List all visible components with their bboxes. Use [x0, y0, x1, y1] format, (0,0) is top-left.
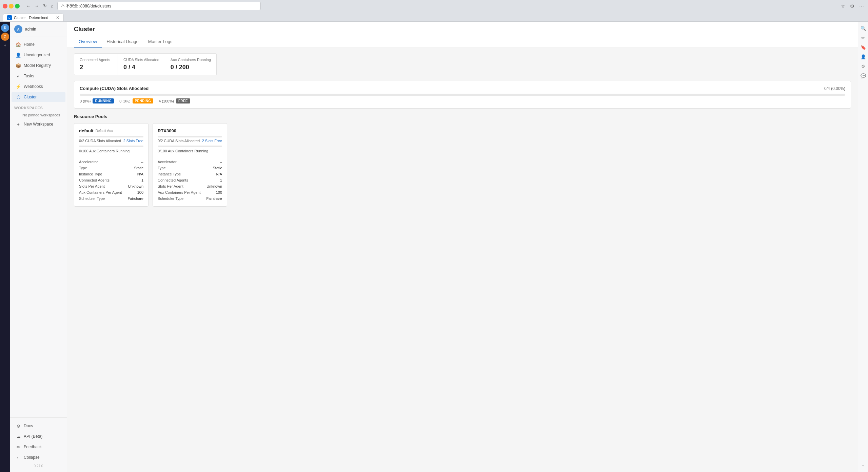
sidebar-new-workspace-label: New Workspace [24, 122, 53, 127]
back-button[interactable]: ← [24, 2, 32, 10]
badge-running: RUNNING [93, 98, 114, 103]
sidebar-item-webhooks[interactable]: ⚡ Webhooks [12, 81, 65, 92]
pool-cuda-bar-default [79, 136, 143, 137]
pool-card-default: default Default Aux 0/2 CUDA Slots Alloc… [74, 123, 149, 207]
sidebar-api-label: API (Beta) [24, 434, 42, 439]
maximize-button[interactable] [15, 4, 20, 8]
security-icon: ⚠ 不安全 [61, 3, 79, 9]
sidebar-item-tasks[interactable]: ✓ Tasks [12, 71, 65, 81]
sidebar-item-uncategorized[interactable]: 👤 Uncategorized [12, 50, 65, 60]
sidebar-docs-label: Docs [24, 423, 33, 428]
extension-btn[interactable]: ⚙ [849, 3, 856, 10]
compute-legend: 0 (0%) RUNNING 0 (0%) PENDING 4 (100%) F… [80, 98, 845, 103]
tasks-icon: ✓ [16, 73, 21, 79]
pool-aux-label-default: 0/100 Aux Containers Running [79, 149, 143, 153]
collapse-icon: ← [16, 455, 21, 460]
sidebar-item-docs[interactable]: ⊙ Docs [12, 421, 65, 431]
right-panel-settings-btn[interactable]: ⚙ [860, 62, 867, 70]
minimize-button[interactable] [9, 4, 14, 8]
sidebar-item-cluster[interactable]: ⬡ Cluster [12, 92, 65, 102]
page-header: Cluster Overview Historical Usage Master… [67, 22, 858, 48]
pool-type-badge-default: Default Aux [96, 129, 113, 133]
cuda-slots-value: 0 / 4 [123, 64, 159, 71]
page-title: Cluster [74, 26, 851, 33]
bookmark-star[interactable]: ☆ [840, 3, 847, 10]
main-content: Cluster Overview Historical Usage Master… [67, 22, 858, 472]
legend-item-running: 0 (0%) RUNNING [80, 98, 114, 103]
pool-card-rtx3090: RTX3090 0/2 CUDA Slots Allocated 2 Slots… [153, 123, 227, 207]
pool-detail-scheduler-default: Scheduler Type Fairshare [79, 195, 143, 202]
pool-cuda-bar-rtx3090 [158, 136, 222, 137]
tab-close-btn[interactable]: ✕ [56, 15, 59, 20]
pool-cuda-stat-rtx3090: 0/2 CUDA Slots Allocated 2 Slots Free [158, 139, 222, 143]
badge-free: FREE [176, 98, 190, 103]
tab-overview[interactable]: Overview [74, 36, 102, 48]
icon-bar-add-btn[interactable]: + [1, 41, 9, 50]
resource-pools-section: Resource Pools default Default Aux 0/2 C… [74, 114, 851, 207]
pool-slots-free-rtx3090: 2 Slots Free [202, 139, 222, 143]
model-registry-icon: 📦 [16, 63, 21, 68]
compute-section-title: Compute (CUDA) Slots Allocated 0/4 (0.00… [80, 86, 845, 91]
pool-cuda-stat-default: 0/2 CUDA Slots Allocated 2 Slots Free [79, 139, 143, 143]
workspaces-heading: Workspaces [10, 102, 67, 111]
sidebar-new-workspace[interactable]: + New Workspace [12, 119, 65, 129]
pool-detail-aux-per-agent-default: Aux Containers Per Agent 100 [79, 189, 143, 195]
stats-row: Connected Agents 2 CUDA Slots Allocated … [74, 53, 851, 75]
tab-master-logs[interactable]: Master Logs [143, 36, 177, 48]
sidebar-item-home[interactable]: 🏠 Home [12, 39, 65, 50]
connected-agents-value: 2 [80, 64, 112, 71]
sidebar-item-label-uncategorized: Uncategorized [24, 53, 50, 57]
nav-controls: ← → ↻ ⌂ [24, 2, 55, 10]
aux-containers-value: 0 / 200 [171, 64, 211, 71]
tab-favicon: D [7, 15, 12, 20]
reload-button[interactable]: ↻ [41, 2, 48, 10]
sidebar-collapse-label: Collapse [24, 455, 40, 460]
pool-name-default: default Default Aux [79, 128, 143, 133]
sidebar-feedback-label: Feedback [24, 445, 42, 449]
pool-detail-type-default: Type Static [79, 165, 143, 171]
legend-running-count: 0 (0%) [80, 99, 91, 103]
uncategorized-icon: 👤 [16, 52, 21, 58]
sidebar-item-label-webhooks: Webhooks [24, 84, 43, 89]
close-button[interactable] [3, 4, 7, 8]
right-panel-add-btn[interactable]: + [860, 462, 867, 469]
right-panel-person-btn[interactable]: 👤 [860, 53, 867, 60]
right-panel-bookmark-btn[interactable]: 🔖 [860, 43, 867, 51]
pool-detail-aux-per-agent-rtx3090: Aux Containers Per Agent 100 [158, 189, 222, 195]
app-container: D G + A admin 🏠 Home 👤 Uncategorized 📦 M… [0, 22, 868, 472]
sidebar-item-label-model-registry: Model Registry [24, 63, 51, 68]
sidebar-nav: 🏠 Home 👤 Uncategorized 📦 Model Registry … [10, 37, 67, 417]
sidebar-user-section: A admin [10, 22, 67, 37]
icon-bar: D G + [0, 22, 10, 472]
home-button[interactable]: ⌂ [49, 2, 55, 10]
menu-btn[interactable]: ⋯ [858, 3, 865, 10]
forward-button[interactable]: → [33, 2, 41, 10]
right-panel-search-btn[interactable]: 🔍 [860, 24, 867, 32]
sidebar-item-label-cluster: Cluster [24, 95, 37, 99]
pool-name-rtx3090: RTX3090 [158, 128, 222, 133]
pool-detail-accelerator-default: Accelerator -- [79, 159, 143, 165]
address-bar[interactable]: ⚠ 不安全 :8080/det/clusters [57, 2, 261, 10]
pool-detail-slots-per-agent-rtx3090: Slots Per Agent Unknown [158, 183, 222, 189]
browser-tab-cluster[interactable]: D Cluster - Determined ✕ [3, 14, 64, 21]
sidebar-item-feedback[interactable]: ✏ Feedback [12, 442, 65, 452]
pool-cuda-label-default: 0/2 CUDA Slots Allocated [79, 139, 121, 143]
right-panel-chat-btn[interactable]: 💬 [860, 72, 867, 79]
pool-detail-instance-rtx3090: Instance Type N/A [158, 171, 222, 177]
icon-bar-secondary-avatar[interactable]: G [1, 33, 9, 41]
sidebar-item-api-beta[interactable]: ☁ API (Beta) [12, 431, 65, 441]
pool-aux-label-rtx3090: 0/100 Aux Containers Running [158, 149, 222, 153]
tab-historical-usage[interactable]: Historical Usage [102, 36, 143, 48]
window-controls [3, 4, 20, 8]
compute-summary: 0/4 (0.00%) [824, 86, 845, 91]
cluster-icon: ⬡ [16, 94, 21, 100]
home-icon: 🏠 [16, 42, 21, 47]
icon-bar-avatar[interactable]: D [1, 24, 9, 32]
legend-item-pending: 0 (0%) PENDING [119, 98, 153, 103]
sidebar-item-collapse[interactable]: ← Collapse [12, 452, 65, 462]
right-panel-edit-btn[interactable]: ✏ [860, 34, 867, 41]
resource-pools-title: Resource Pools [74, 114, 851, 119]
sidebar: A admin 🏠 Home 👤 Uncategorized 📦 Model R… [10, 22, 67, 472]
stat-card-aux-containers: Aux Containers Running 0 / 200 [165, 53, 217, 75]
sidebar-item-model-registry[interactable]: 📦 Model Registry [12, 60, 65, 71]
